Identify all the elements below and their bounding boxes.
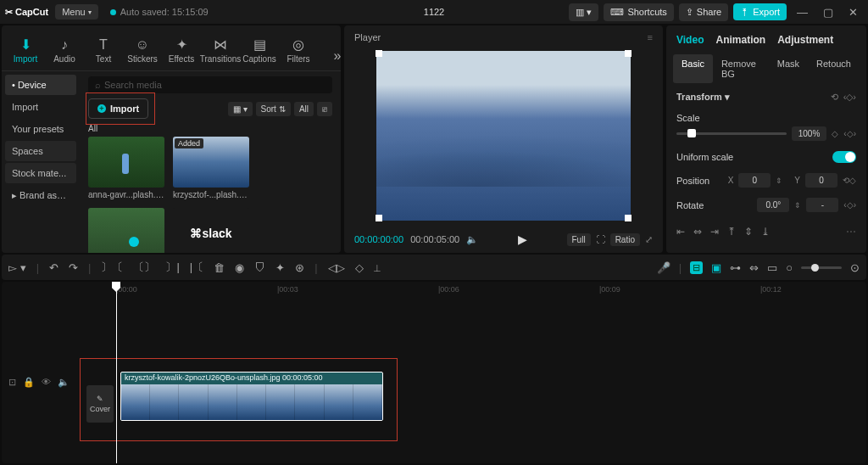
rot-stepper[interactable]: ⇕: [794, 201, 801, 210]
scale-slider[interactable]: [676, 132, 787, 135]
trim-icon[interactable]: |〔: [190, 260, 203, 275]
select-tool-icon[interactable]: ▻ ▾: [8, 261, 26, 274]
enhance-icon[interactable]: ⊛: [295, 261, 304, 274]
rotate-value[interactable]: 0.0°: [757, 198, 789, 212]
maximize-player-icon[interactable]: ⤢: [645, 234, 653, 245]
sidebar-item-spaces[interactable]: Spaces: [5, 141, 76, 161]
crop-icon[interactable]: ⟂: [374, 261, 381, 274]
rot-kf-icon[interactable]: ‹◇›: [843, 200, 856, 210]
tab-effects[interactable]: ✦Effects: [163, 33, 200, 67]
fullscreen-button[interactable]: Full: [567, 233, 591, 246]
subtab-retouch[interactable]: Retouch: [808, 54, 860, 83]
maximize-icon[interactable]: ▢: [818, 3, 838, 22]
reset-icon[interactable]: ⟲: [831, 92, 838, 103]
minimize-icon[interactable]: —: [792, 3, 813, 22]
mirror-value[interactable]: -: [806, 198, 838, 212]
keyframe-icon[interactable]: ‹◇›: [843, 92, 856, 103]
subtab-basic[interactable]: Basic: [673, 54, 713, 83]
visibility-icon[interactable]: 👁: [42, 377, 51, 387]
record-icon[interactable]: ◉: [235, 261, 244, 274]
mirror-icon[interactable]: ◁▷: [328, 261, 345, 274]
menu-button[interactable]: Menu ▾: [55, 4, 98, 20]
align-center-h-icon[interactable]: ⇔: [693, 226, 702, 238]
import-button[interactable]: +Import: [88, 98, 148, 119]
undo-icon[interactable]: ↶: [49, 261, 58, 274]
sidebar-item-stock[interactable]: Stock mate...: [5, 163, 76, 183]
zoom-slider[interactable]: [801, 266, 842, 269]
redo-icon[interactable]: ↷: [69, 261, 78, 274]
mute-icon[interactable]: 🔈: [58, 377, 70, 388]
tab-adjustment[interactable]: Adjustment: [777, 34, 833, 46]
scale-value[interactable]: 100%: [792, 126, 827, 141]
play-button[interactable]: ▶: [518, 232, 527, 246]
align-more-icon[interactable]: ⋯: [846, 226, 856, 238]
preview-canvas[interactable]: [376, 51, 631, 221]
uniform-toggle[interactable]: [832, 151, 856, 163]
subtab-removebg[interactable]: Remove BG: [713, 54, 769, 83]
tab-text[interactable]: TText: [85, 34, 122, 67]
track-icon[interactable]: ⇔: [749, 261, 759, 274]
ai-icon[interactable]: ✦: [275, 261, 285, 274]
filter-all-button[interactable]: All: [294, 102, 314, 116]
expand-icon[interactable]: ⛶: [596, 234, 605, 244]
shield-icon[interactable]: ⛉: [254, 261, 265, 274]
playhead[interactable]: [116, 282, 117, 463]
lock-icon[interactable]: 🔒: [23, 377, 35, 388]
close-icon[interactable]: ✕: [843, 3, 863, 22]
stickers-icon: ☺: [136, 37, 149, 53]
align-bottom-icon[interactable]: ⤓: [761, 226, 770, 238]
timeline-ruler[interactable]: |00:00 |00:03 |00:06 |00:09 |00:12: [2, 282, 866, 300]
rotate-icon[interactable]: ◇: [355, 261, 364, 274]
snap-icon[interactable]: ▣: [711, 261, 721, 274]
trim-left-icon[interactable]: 〔〕: [133, 260, 155, 275]
tab-animation[interactable]: Animation: [715, 34, 765, 46]
tab-stickers[interactable]: ☺Stickers: [124, 34, 161, 67]
sidebar-item-device[interactable]: • Device: [5, 75, 76, 95]
align-top-icon[interactable]: ⤒: [727, 226, 736, 238]
collapse-icon[interactable]: ⊡: [8, 377, 16, 388]
align-right-icon[interactable]: ⇥: [710, 226, 719, 238]
position-x[interactable]: 0: [738, 173, 771, 188]
sidebar-item-brand[interactable]: ▸ Brand assets: [5, 185, 76, 206]
export-button[interactable]: ⭱ Export: [733, 3, 787, 20]
position-y[interactable]: 0: [805, 173, 837, 188]
sidebar-item-presets[interactable]: Your presets: [5, 119, 76, 139]
player-menu-icon[interactable]: ≡: [648, 32, 653, 42]
media-item[interactable]: guillaume...plash.jpg: [88, 208, 164, 253]
subtab-mask[interactable]: Mask: [769, 54, 808, 83]
media-item[interactable]: Added krzysztof-...plash.jpg: [173, 137, 249, 199]
search-input[interactable]: ⌕Search media: [88, 76, 332, 93]
pos-kf-icon[interactable]: ⟲◇: [843, 176, 856, 185]
zoom-fit-icon[interactable]: ⊙: [850, 261, 860, 274]
media-item[interactable]: anna-gavr...plash.jpg: [88, 137, 164, 199]
scale-kf-icon[interactable]: ‹◇›: [843, 129, 856, 138]
tab-audio[interactable]: ♪Audio: [46, 34, 83, 67]
delete-icon[interactable]: 🗑: [214, 261, 225, 274]
sort-button[interactable]: Sort ⇅: [256, 102, 291, 116]
shortcuts-button[interactable]: ⌨ Shortcuts: [604, 3, 673, 21]
filter-icon[interactable]: ⎚: [317, 102, 332, 116]
layout-icon[interactable]: ▥ ▾: [569, 3, 598, 21]
sidebar-item-import[interactable]: Import: [5, 97, 76, 117]
scale-stepper[interactable]: ◇: [832, 129, 838, 138]
tab-transitions[interactable]: ⋈Transitions: [202, 33, 239, 67]
magnet-on-icon[interactable]: ⊟: [690, 261, 703, 274]
tab-captions[interactable]: ▤Captions: [241, 33, 278, 67]
view-grid-icon[interactable]: ▦ ▾: [228, 102, 253, 116]
share-button[interactable]: ⇪ Share: [679, 3, 728, 21]
mic-icon[interactable]: 🎤: [657, 261, 670, 274]
media-item[interactable]: ⌘slack scott-web...plash.jpg: [173, 208, 249, 253]
volume-icon[interactable]: 🔈: [466, 234, 478, 245]
split-icon[interactable]: 〕〔: [101, 260, 123, 275]
x-stepper[interactable]: ⇕: [776, 176, 782, 185]
preview-icon[interactable]: ▭: [767, 261, 777, 274]
align-left-icon[interactable]: ⇤: [676, 226, 685, 238]
tab-video[interactable]: Video: [676, 34, 704, 46]
tab-filters[interactable]: ◎Filters: [280, 33, 317, 67]
align-center-v-icon[interactable]: ⇕: [744, 226, 753, 238]
zoom-out-icon[interactable]: ○: [786, 261, 793, 274]
tab-import[interactable]: ⬇Import: [7, 33, 44, 67]
link-icon[interactable]: ⊶: [730, 261, 741, 274]
ratio-button[interactable]: Ratio: [610, 233, 640, 246]
trim-right-icon[interactable]: 〕|: [165, 260, 179, 275]
